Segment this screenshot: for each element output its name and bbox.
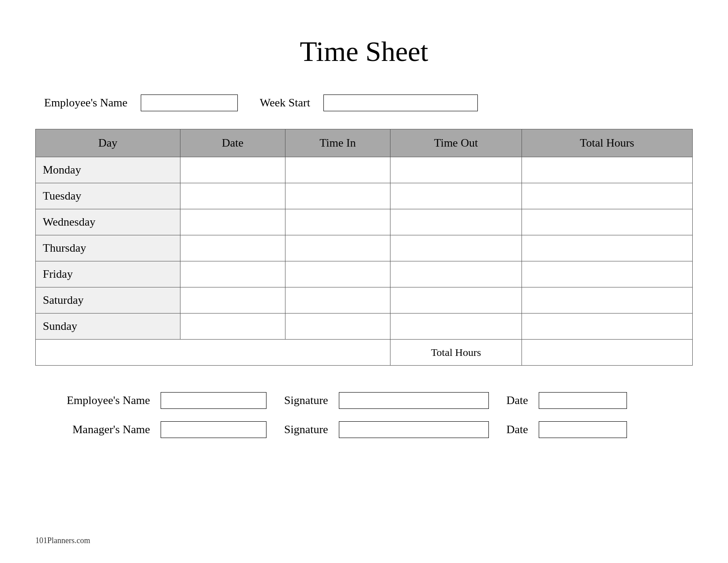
date-input[interactable] [188, 217, 278, 228]
table-row: Thursday [36, 235, 693, 261]
totalhours-cell[interactable] [522, 261, 692, 287]
timeout-input[interactable] [398, 243, 514, 254]
timein-input[interactable] [293, 191, 383, 202]
timein-cell[interactable] [285, 287, 390, 314]
day-cell: Friday [36, 261, 180, 287]
employee-footer-row: Employee's Name Signature Date [44, 392, 693, 409]
footer-employee-name-label: Employee's Name [44, 394, 150, 407]
footer-manager-name-input[interactable] [161, 421, 266, 438]
timein-input[interactable] [293, 165, 383, 176]
table-row: Friday [36, 261, 693, 287]
totalhours-input[interactable] [529, 191, 685, 202]
date-input[interactable] [188, 165, 278, 176]
totalhours-cell[interactable] [522, 209, 692, 235]
totalhours-cell[interactable] [522, 183, 692, 209]
timeout-cell[interactable] [390, 183, 522, 209]
totalhours-input[interactable] [529, 269, 685, 280]
totalhours-cell[interactable] [522, 314, 692, 340]
footer-manager-signature-input[interactable] [339, 421, 489, 438]
date-input[interactable] [188, 269, 278, 280]
timeout-input[interactable] [398, 191, 514, 202]
col-header-day: Day [36, 129, 180, 157]
timein-cell[interactable] [285, 314, 390, 340]
timein-cell[interactable] [285, 183, 390, 209]
timeout-input[interactable] [398, 165, 514, 176]
employee-name-input[interactable] [141, 94, 238, 111]
timein-input[interactable] [293, 321, 383, 333]
time-table: Day Date Time In Time Out Total Hours Mo… [35, 129, 693, 366]
timein-cell[interactable] [285, 209, 390, 235]
date-input[interactable] [188, 321, 278, 333]
table-row: Saturday [36, 287, 693, 314]
totalhours-cell[interactable] [522, 287, 692, 314]
col-header-timeout: Time Out [390, 129, 522, 157]
timeout-cell[interactable] [390, 209, 522, 235]
week-start-input[interactable] [323, 94, 478, 111]
total-hours-value-cell[interactable] [522, 340, 692, 366]
total-empty-2 [180, 340, 285, 366]
footer-signature-label-employee: Signature [284, 394, 328, 407]
totalhours-input[interactable] [529, 217, 685, 228]
date-cell[interactable] [180, 235, 285, 261]
footer-employee-name-input[interactable] [161, 392, 266, 409]
timeout-input[interactable] [398, 321, 514, 333]
employee-name-label: Employee's Name [44, 96, 128, 110]
date-cell[interactable] [180, 314, 285, 340]
footer-employee-signature-input[interactable] [339, 392, 489, 409]
totalhours-input[interactable] [529, 295, 685, 306]
table-row: Tuesday [36, 183, 693, 209]
footer-employee-date-input[interactable] [539, 392, 627, 409]
timein-cell[interactable] [285, 261, 390, 287]
timein-input[interactable] [293, 269, 383, 280]
table-header-row: Day Date Time In Time Out Total Hours [36, 129, 693, 157]
totalhours-cell[interactable] [522, 235, 692, 261]
date-input[interactable] [188, 295, 278, 306]
col-header-timein: Time In [285, 129, 390, 157]
timeout-cell[interactable] [390, 261, 522, 287]
total-empty-1 [36, 340, 180, 366]
table-row: Wednesday [36, 209, 693, 235]
timeout-input[interactable] [398, 217, 514, 228]
total-empty-3 [285, 340, 390, 366]
footer-fields: Employee's Name Signature Date Manager's… [44, 392, 693, 438]
page-title: Time Sheet [35, 35, 693, 68]
timeout-input[interactable] [398, 269, 514, 280]
table-row: Monday [36, 157, 693, 183]
day-cell: Monday [36, 157, 180, 183]
footer-manager-date-input[interactable] [539, 421, 627, 438]
date-cell[interactable] [180, 157, 285, 183]
day-cell: Wednesday [36, 209, 180, 235]
timein-cell[interactable] [285, 235, 390, 261]
col-header-date: Date [180, 129, 285, 157]
timein-input[interactable] [293, 295, 383, 306]
footer-date-label-manager: Date [507, 423, 528, 436]
date-cell[interactable] [180, 261, 285, 287]
timein-cell[interactable] [285, 157, 390, 183]
day-cell: Saturday [36, 287, 180, 314]
timein-input[interactable] [293, 217, 383, 228]
timein-input[interactable] [293, 243, 383, 254]
date-cell[interactable] [180, 287, 285, 314]
totalhours-cell[interactable] [522, 157, 692, 183]
total-summary-row: Total Hours [36, 340, 693, 366]
manager-footer-row: Manager's Name Signature Date [44, 421, 693, 438]
totalhours-input[interactable] [529, 243, 685, 254]
timeout-input[interactable] [398, 295, 514, 306]
timeout-cell[interactable] [390, 235, 522, 261]
totalhours-input[interactable] [529, 321, 685, 333]
date-input[interactable] [188, 243, 278, 254]
footer-date-label-employee: Date [507, 394, 528, 407]
total-hours-value-input[interactable] [529, 347, 685, 359]
timeout-cell[interactable] [390, 287, 522, 314]
timeout-cell[interactable] [390, 157, 522, 183]
totalhours-input[interactable] [529, 165, 685, 176]
date-input[interactable] [188, 191, 278, 202]
day-cell: Tuesday [36, 183, 180, 209]
watermark: 101Planners.com [35, 536, 90, 545]
date-cell[interactable] [180, 183, 285, 209]
header-fields: Employee's Name Week Start [44, 94, 693, 111]
footer-manager-name-label: Manager's Name [44, 423, 150, 436]
date-cell[interactable] [180, 209, 285, 235]
timeout-cell[interactable] [390, 314, 522, 340]
col-header-totalhours: Total Hours [522, 129, 692, 157]
